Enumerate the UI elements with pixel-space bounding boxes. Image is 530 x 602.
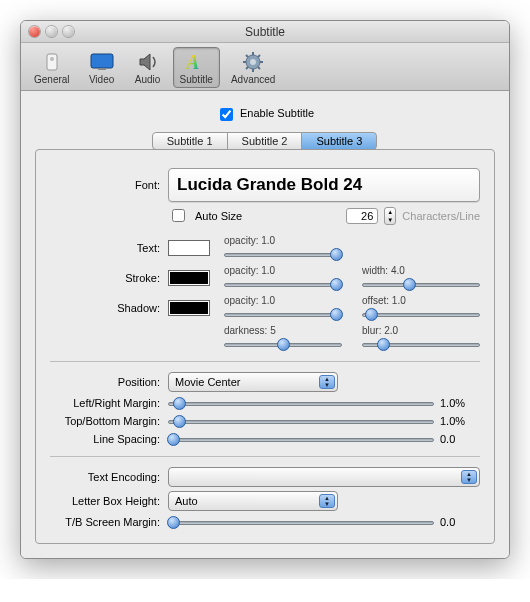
svg-line-12 (258, 67, 260, 69)
shadow-opacity-slider[interactable] (224, 307, 342, 321)
tab-general[interactable]: General (27, 47, 77, 88)
svg-text:A: A (184, 51, 199, 73)
text-opacity-slider[interactable] (224, 247, 342, 261)
tb-screen-value: 0.0 (440, 516, 480, 528)
tab-audio[interactable]: Audio (127, 47, 169, 88)
tb-margin-label: Top/Bottom Margin: (50, 415, 168, 427)
svg-point-6 (250, 59, 256, 65)
tab-label: General (34, 74, 70, 85)
svg-line-14 (246, 67, 248, 69)
lr-margin-slider[interactable] (168, 396, 434, 410)
shadow-label: Shadow: (50, 302, 168, 314)
auto-size-label: Auto Size (195, 210, 242, 222)
subtitle-tabs: Subtitle 1 Subtitle 2 Subtitle 3 (35, 132, 495, 150)
tab-label: Subtitle (180, 74, 213, 85)
letterbox-popup[interactable]: Auto ▲▼ (168, 491, 338, 511)
subtitle-pane: Font: Lucida Grande Bold 24 Auto Size 26… (35, 149, 495, 544)
tab-label: Video (89, 74, 114, 85)
content: Enable Subtitle Subtitle 1 Subtitle 2 Su… (21, 91, 509, 558)
lr-margin-value: 1.0% (440, 397, 480, 409)
tab-subtitle-2[interactable]: Subtitle 2 (227, 132, 303, 150)
tab-advanced[interactable]: Advanced (224, 47, 282, 88)
popup-arrows-icon: ▲▼ (461, 470, 477, 484)
stroke-color-well[interactable] (168, 270, 210, 286)
tab-label: Advanced (231, 74, 275, 85)
enable-subtitle-label: Enable Subtitle (240, 107, 314, 119)
font-label: Font: (50, 179, 168, 191)
enable-subtitle-checkbox[interactable] (220, 108, 233, 121)
shadow-offset-slider[interactable] (362, 307, 480, 321)
titlebar[interactable]: Subtitle (21, 21, 509, 43)
auto-size-checkbox[interactable] (172, 209, 185, 222)
text-color-well[interactable] (168, 240, 210, 256)
tb-margin-slider[interactable] (168, 414, 434, 428)
display-icon (88, 50, 116, 74)
stroke-opacity-slider[interactable] (224, 277, 342, 291)
tab-label: Audio (135, 74, 161, 85)
tb-screen-slider[interactable] (168, 515, 434, 529)
svg-point-1 (50, 57, 54, 61)
line-spacing-label: Line Spacing: (50, 433, 168, 445)
svg-line-11 (246, 55, 248, 57)
shadow-color-well[interactable] (168, 300, 210, 316)
chars-per-line-unit: Characters/Line (402, 210, 480, 222)
divider (50, 456, 480, 457)
svg-rect-3 (98, 68, 106, 70)
chars-per-line-stepper[interactable]: ▲▼ (384, 207, 396, 225)
tb-margin-value: 1.0% (440, 415, 480, 427)
text-encoding-popup[interactable]: ▲▼ (168, 467, 480, 487)
popup-arrows-icon: ▲▼ (319, 375, 335, 389)
letterbox-label: Letter Box Height: (50, 495, 168, 507)
preferences-window: Subtitle General Video Audio A (20, 20, 510, 559)
tb-screen-label: T/B Screen Margin: (50, 516, 168, 528)
shadow-darkness-slider[interactable] (224, 337, 342, 351)
line-spacing-value: 0.0 (440, 433, 480, 445)
shadow-blur-slider[interactable] (362, 337, 480, 351)
divider (50, 361, 480, 362)
gear-icon (239, 50, 267, 74)
font-button[interactable]: Lucida Grande Bold 24 (168, 168, 480, 202)
popup-arrows-icon: ▲▼ (319, 494, 335, 508)
svg-line-13 (258, 55, 260, 57)
speaker-icon (134, 50, 162, 74)
position-label: Position: (50, 376, 168, 388)
font-icon: A (182, 50, 210, 74)
chars-per-line-field[interactable]: 26 (346, 208, 378, 224)
lr-margin-label: Left/Right Margin: (50, 397, 168, 409)
position-popup[interactable]: Movie Center ▲▼ (168, 372, 338, 392)
tab-subtitle[interactable]: A Subtitle (173, 47, 220, 88)
stroke-width-slider[interactable] (362, 277, 480, 291)
switch-icon (38, 50, 66, 74)
stroke-label: Stroke: (50, 272, 168, 284)
svg-rect-2 (91, 54, 113, 68)
tab-video[interactable]: Video (81, 47, 123, 88)
svg-rect-0 (47, 54, 57, 70)
tab-subtitle-3[interactable]: Subtitle 3 (301, 132, 377, 150)
window-title: Subtitle (21, 25, 509, 39)
toolbar: General Video Audio A Subtitle (21, 43, 509, 91)
tab-subtitle-1[interactable]: Subtitle 1 (152, 132, 228, 150)
text-label: Text: (50, 242, 168, 254)
line-spacing-slider[interactable] (168, 432, 434, 446)
text-encoding-label: Text Encoding: (50, 471, 168, 483)
